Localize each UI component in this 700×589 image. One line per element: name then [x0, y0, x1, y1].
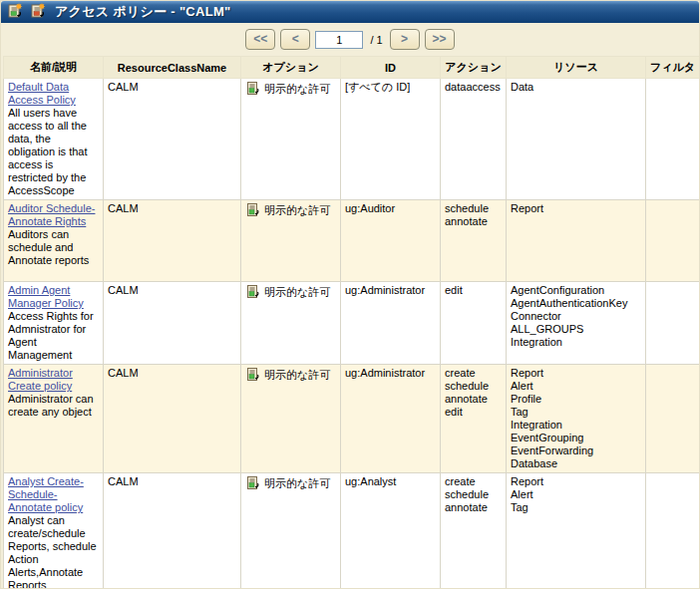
col-header-action: アクション: [441, 57, 507, 79]
cell-id: ug:Administrator: [341, 282, 441, 365]
col-header-resource: リソース: [507, 57, 646, 79]
table-row: Default Data Access Policy All users hav…: [4, 79, 700, 200]
table-header-row: 名前/説明 ResourceClassName オプション ID アクション リ…: [4, 57, 700, 79]
cell-id: ug:Auditor: [341, 200, 441, 282]
policy-description: Administrator can create any object: [8, 393, 100, 419]
cell-id: [すべての ID]: [341, 79, 441, 200]
option-label: 明示的な許可: [264, 202, 330, 217]
cell-name: Analyst Create-Schedule-Annotate policy …: [4, 473, 104, 589]
cell-id: ug:Analyst: [341, 473, 441, 589]
cell-option: 明示的な許可: [241, 365, 341, 473]
cell-name: Auditor Schedule-Annotate Rights Auditor…: [4, 200, 104, 282]
prev-page-button[interactable]: <: [280, 29, 310, 50]
col-header-filter: フィルタ: [646, 57, 700, 79]
policy-description: Access Rights for Admnistrator for Agent…: [8, 310, 100, 362]
title-bar: アクセス ポリシー - "CALM": [1, 1, 699, 23]
table-row: Analyst Create-Schedule-Annotate policy …: [4, 473, 700, 589]
policy-link[interactable]: Admin Agent Manager Policy: [8, 284, 84, 309]
cell-actions: create schedule annotate: [441, 473, 507, 589]
table-row: Administrator Create policy Administrato…: [4, 365, 700, 473]
cell-filter: [646, 473, 700, 589]
cell-resource-class: CALM: [104, 200, 241, 282]
policy-link[interactable]: Default Data Access Policy: [8, 81, 76, 106]
access-policy-window: アクセス ポリシー - "CALM" << < / 1 > >> 名前/説明 R…: [0, 0, 700, 589]
pagination-bar: << < / 1 > >>: [1, 23, 699, 56]
option-label: 明示的な許可: [264, 367, 330, 382]
cell-name: Administrator Create policy Administrato…: [4, 365, 104, 473]
cell-actions: edit: [441, 282, 507, 365]
policy-table-wrap: 名前/説明 ResourceClassName オプション ID アクション リ…: [1, 56, 699, 589]
cell-filter: [646, 79, 700, 200]
cell-option: 明示的な許可: [241, 473, 341, 589]
cell-name: Admin Agent Manager Policy Access Rights…: [4, 282, 104, 365]
col-header-resource-class: ResourceClassName: [104, 57, 241, 79]
policy-table: 名前/説明 ResourceClassName オプション ID アクション リ…: [3, 56, 700, 589]
page-total-label: / 1: [368, 34, 384, 46]
cell-resources: AgentConfiguration AgentAuthenticationKe…: [507, 282, 646, 365]
permit-scroll-icon: [245, 475, 261, 491]
col-header-id: ID: [341, 57, 441, 79]
last-page-button[interactable]: >>: [425, 29, 455, 50]
cell-resources: Report: [507, 200, 646, 282]
policy-link[interactable]: Analyst Create-Schedule-Annotate policy: [8, 475, 84, 513]
cell-actions: create schedule annotate edit: [441, 365, 507, 473]
col-header-option: オプション: [241, 57, 341, 79]
col-header-name: 名前/説明: [4, 57, 104, 79]
cell-filter: [646, 282, 700, 365]
cell-name: Default Data Access Policy All users hav…: [4, 79, 104, 200]
cell-resource-class: CALM: [104, 473, 241, 589]
cell-filter: [646, 365, 700, 473]
policy-link[interactable]: Administrator Create policy: [8, 367, 73, 392]
permit-scroll-icon: [245, 202, 261, 218]
table-row: Admin Agent Manager Policy Access Rights…: [4, 282, 700, 365]
cell-resources: Data: [507, 79, 646, 200]
option-label: 明示的な許可: [264, 81, 330, 96]
permit-scroll-icon: [245, 367, 261, 383]
next-page-button[interactable]: >: [390, 29, 420, 50]
cell-filter: [646, 200, 700, 282]
cell-resource-class: CALM: [104, 365, 241, 473]
option-label: 明示的な許可: [264, 284, 330, 299]
policy-add-red-icon[interactable]: [29, 1, 47, 23]
cell-option: 明示的な許可: [241, 79, 341, 200]
policy-add-green-icon[interactable]: [6, 1, 24, 23]
cell-resource-class: CALM: [104, 79, 241, 200]
option-label: 明示的な許可: [264, 475, 330, 490]
policy-link[interactable]: Auditor Schedule-Annotate Rights: [8, 202, 95, 227]
policy-description: Auditors can schedule and Annotate repor…: [8, 228, 100, 267]
table-row: Auditor Schedule-Annotate Rights Auditor…: [4, 200, 700, 282]
first-page-button[interactable]: <<: [245, 29, 275, 50]
permit-scroll-icon: [245, 81, 261, 97]
cell-option: 明示的な許可: [241, 282, 341, 365]
cell-option: 明示的な許可: [241, 200, 341, 282]
cell-resource-class: CALM: [104, 282, 241, 365]
cell-actions: dataaccess: [441, 79, 507, 200]
cell-id: ug:Administrator: [341, 365, 441, 473]
cell-actions: schedule annotate: [441, 200, 507, 282]
page-title: アクセス ポリシー - "CALM": [55, 3, 231, 21]
permit-scroll-icon: [245, 284, 261, 300]
page-number-input[interactable]: [315, 31, 363, 49]
cell-resources: Report Alert Tag: [507, 473, 646, 589]
policy-description: All users have access to all the data, t…: [8, 107, 100, 197]
cell-resources: Report Alert Profile Tag Integration Eve…: [507, 365, 646, 473]
policy-description: Analyst can create/schedule Reports, sch…: [8, 514, 100, 589]
